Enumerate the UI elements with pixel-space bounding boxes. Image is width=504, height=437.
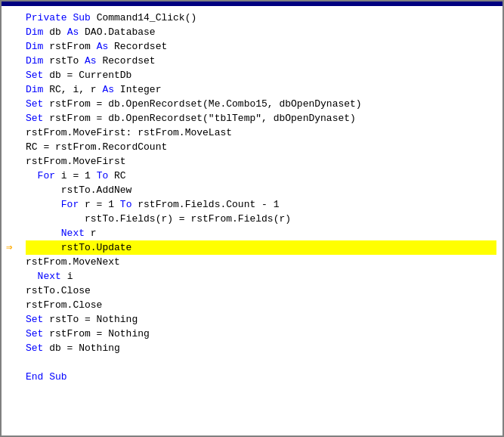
code-line: rstFrom.MoveFirst: [26, 154, 496, 169]
code-line: RC = rstFrom.RecordCount: [26, 140, 496, 154]
code-line: Set db = CurrentDb: [26, 68, 496, 82]
code-line: Set rstFrom = Nothing: [26, 327, 496, 341]
code-line: rstTo.AddNew: [26, 183, 496, 197]
code-line: rstFrom.Close: [26, 298, 496, 312]
gutter: ⇒: [2, 11, 23, 410]
code-line: Set rstTo = Nothing: [26, 312, 496, 327]
code-line: rstFrom.MoveFirst: rstFrom.MoveLast: [26, 126, 496, 140]
code-line: [26, 355, 496, 370]
code-line: For r = 1 To rstFrom.Fields.Count - 1: [26, 197, 496, 212]
code-line: Dim rstFrom As Recordset: [26, 39, 496, 54]
code-line: Dim rstTo As Recordset: [26, 54, 496, 68]
code-line: For i = 1 To RC: [26, 169, 496, 183]
code-line: Next i: [26, 269, 496, 284]
code-lines[interactable]: Private Sub Command14_Click()Dim db As D…: [23, 11, 502, 410]
main-window: ⇒ Private Sub Command14_Click()Dim db As…: [0, 0, 504, 437]
code-line: Set rstFrom = db.OpenRecordset("tblTemp"…: [26, 111, 496, 126]
code-line: Set rstFrom = db.OpenRecordset(Me.Combo1…: [26, 97, 496, 111]
code-line: rstTo.Update: [26, 240, 496, 255]
code-line: Set db = Nothing: [26, 341, 496, 355]
code-line: rstFrom.MoveNext: [26, 255, 496, 269]
arrow-indicator: ⇒: [6, 240, 12, 253]
code-line: Next r: [26, 226, 496, 240]
code-line: rstTo.Close: [26, 284, 496, 298]
code-line: Dim db As DAO.Database: [26, 25, 496, 39]
code-line: rstTo.Fields(r) = rstFrom.Fields(r): [26, 212, 496, 226]
code-line: End Sub: [26, 370, 496, 384]
code-line: Dim RC, i, r As Integer: [26, 82, 496, 97]
code-area: ⇒ Private Sub Command14_Click()Dim db As…: [2, 6, 502, 414]
code-line: Private Sub Command14_Click(): [26, 11, 496, 25]
